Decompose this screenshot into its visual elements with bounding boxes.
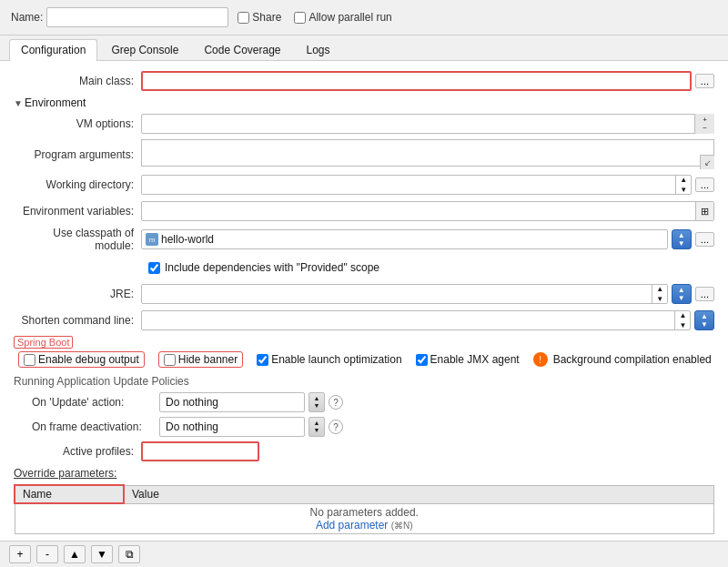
allow-parallel-label: Allow parallel run <box>308 11 391 24</box>
on-frame-combo-arrows[interactable]: ▲ ▼ <box>308 417 325 437</box>
jre-browse-btn[interactable]: ... <box>695 287 714 301</box>
jre-label: JRE: <box>14 288 141 300</box>
active-profiles-input[interactable] <box>141 441 259 461</box>
environment-variables-row: Environment variables: ⊞ <box>14 200 714 222</box>
environment-section-header[interactable]: ▼ Environment <box>14 96 714 109</box>
spring-boot-label: Spring Boot <box>14 337 714 348</box>
on-frame-value: Do nothing <box>166 420 218 433</box>
program-arguments-expand-btn[interactable]: ↙ <box>700 155 714 169</box>
on-update-value-display: Do nothing <box>159 392 305 412</box>
enable-jmx-agent-checkbox[interactable] <box>416 354 428 366</box>
shorten-command-line-row: Shorten command line: user-local default… <box>14 309 714 331</box>
hide-banner-checkbox[interactable] <box>164 354 176 366</box>
no-parameters-text: No parameters added. <box>23 506 707 519</box>
copy-button[interactable]: ⧉ <box>118 545 140 563</box>
on-update-row: On 'Update' action: Do nothing ▲ ▼ ? <box>14 392 714 412</box>
main-class-label: Main class: <box>14 75 141 87</box>
running-app-policies-section: Running Application Update Policies On '… <box>14 375 714 437</box>
override-parameters-section: Override parameters: Name Value No param… <box>14 467 714 534</box>
working-directory-row: Working directory: ▲ ▼ ... <box>14 174 714 196</box>
on-update-combo-arrows[interactable]: ▲ ▼ <box>308 392 325 412</box>
include-dependencies-text: Include dependencies with "Provided" sco… <box>165 261 379 274</box>
name-input[interactable]: HelloWorldApplication <box>46 7 228 27</box>
remove-button[interactable]: - <box>36 545 58 563</box>
bottom-bar: + - ▲ ▼ ⧉ <box>0 541 728 567</box>
program-arguments-row: Program arguments: ↙ <box>14 139 714 169</box>
working-directory-input[interactable] <box>141 175 692 195</box>
override-table-empty-row: No parameters added. Add parameter (⌘N) <box>15 503 714 534</box>
use-classpath-dropdown-btn[interactable]: ▲ ▼ <box>672 229 692 249</box>
jre-wrapper: Default (1.8 - SDK of 'hello-world' modu… <box>141 284 668 304</box>
enable-debug-output-label[interactable]: Enable debug output <box>18 351 145 368</box>
enable-jmx-agent-text: Enable JMX agent <box>430 353 520 366</box>
tab-configuration[interactable]: Configuration <box>9 39 97 61</box>
override-table-empty-cell: No parameters added. Add parameter (⌘N) <box>15 503 714 534</box>
tab-logs[interactable]: Logs <box>295 39 342 60</box>
running-app-policies-label: Running Application Update Policies <box>14 375 714 388</box>
allow-parallel-checkbox[interactable] <box>294 12 306 24</box>
shorten-command-line-input[interactable]: user-local default: none – java [options… <box>141 310 691 330</box>
tab-grep-console[interactable]: Grep Console <box>99 39 190 60</box>
on-update-help-icon[interactable]: ? <box>329 395 343 410</box>
jre-dropdown-btn[interactable]: ▲ ▼ <box>672 284 692 304</box>
on-update-dropdown: Do nothing ▲ ▼ ? <box>159 392 343 412</box>
add-parameter-shortcut: (⌘N) <box>391 521 413 531</box>
enable-jmx-agent-label[interactable]: Enable JMX agent <box>416 353 520 366</box>
allow-parallel-checkbox-label[interactable]: Allow parallel run <box>294 11 391 24</box>
active-profiles-label: Active profiles: <box>14 445 141 458</box>
vm-options-row: VM options: + − <box>14 113 714 135</box>
use-classpath-row: Use classpath of module: m hello-world ▲… <box>14 227 714 252</box>
working-directory-label: Working directory: <box>14 178 141 191</box>
override-parameters-table: Name Value No parameters added. Add para… <box>14 484 714 534</box>
override-table-name-header: Name <box>15 485 124 503</box>
jre-input[interactable]: Default (1.8 - SDK of 'hello-world' modu… <box>141 284 668 304</box>
module-name: hello-world <box>161 233 214 246</box>
main-class-input[interactable]: com.springboottest.helloworld.HelloWorld… <box>141 71 692 91</box>
working-directory-browse-btn[interactable]: ... <box>695 177 714 192</box>
use-classpath-wrapper: m hello-world <box>141 229 668 249</box>
working-directory-field: ▲ ▼ ... <box>141 175 714 195</box>
shorten-command-line-dropdown-btn[interactable]: ▲ ▼ <box>694 310 714 330</box>
shorten-command-line-label: Shorten command line: <box>14 314 141 327</box>
share-checkbox[interactable] <box>238 12 249 24</box>
add-button[interactable]: + <box>9 545 31 563</box>
on-update-label: On 'Update' action: <box>14 396 159 409</box>
shorten-command-line-wrapper: user-local default: none – java [options… <box>141 310 691 330</box>
background-compilation-text: Background compilation enabled <box>553 353 712 366</box>
vm-options-expand-btn[interactable]: + − <box>694 114 714 134</box>
tab-code-coverage[interactable]: Code Coverage <box>192 39 292 60</box>
active-profiles-row: Active profiles: <box>14 441 714 461</box>
add-parameter-link[interactable]: Add parameter <box>316 519 388 532</box>
use-classpath-value-display: m hello-world <box>141 229 668 249</box>
jre-field: Default (1.8 - SDK of 'hello-world' modu… <box>141 284 714 304</box>
override-parameters-title: Override parameters: <box>14 467 714 480</box>
spring-boot-section: Spring Boot Enable debug output Hide ban… <box>14 337 714 368</box>
enable-debug-output-text: Enable debug output <box>38 353 139 366</box>
program-arguments-input[interactable] <box>141 139 714 167</box>
move-up-button[interactable]: ▲ <box>64 545 86 563</box>
enable-launch-optimization-checkbox[interactable] <box>257 354 268 366</box>
program-arguments-area: ↙ <box>141 139 714 169</box>
include-dependencies-label[interactable]: Include dependencies with "Provided" sco… <box>148 261 379 274</box>
module-icon: m <box>146 233 158 246</box>
on-frame-help-icon[interactable]: ? <box>329 420 343 434</box>
share-label: Share <box>252 11 281 24</box>
hide-banner-text: Hide banner <box>178 353 238 366</box>
include-dependencies-checkbox[interactable] <box>148 262 160 274</box>
tabs-bar: Configuration Grep Console Code Coverage… <box>0 35 728 61</box>
enable-launch-optimization-label[interactable]: Enable launch optimization <box>257 353 401 366</box>
environment-variables-edit-btn[interactable]: ⊞ <box>695 202 713 220</box>
environment-variables-input[interactable]: ⊞ <box>141 201 714 221</box>
hide-banner-label[interactable]: Hide banner <box>158 351 243 368</box>
jre-row: JRE: Default (1.8 - SDK of 'hello-world'… <box>14 283 714 305</box>
share-checkbox-label[interactable]: Share <box>238 11 281 24</box>
use-classpath-browse-btn[interactable]: ... <box>695 232 714 247</box>
warning-icon: ! <box>533 352 548 367</box>
on-frame-row: On frame deactivation: Do nothing ▲ ▼ ? <box>14 417 714 437</box>
background-compilation-opt: ! Background compilation enabled <box>533 352 712 367</box>
vm-options-input[interactable] <box>141 114 714 134</box>
move-down-button[interactable]: ▼ <box>91 545 113 563</box>
enable-debug-output-checkbox[interactable] <box>24 354 35 366</box>
spring-boot-options: Enable debug output Hide banner Enable l… <box>14 351 714 368</box>
main-class-browse-button[interactable]: ... <box>695 74 714 88</box>
